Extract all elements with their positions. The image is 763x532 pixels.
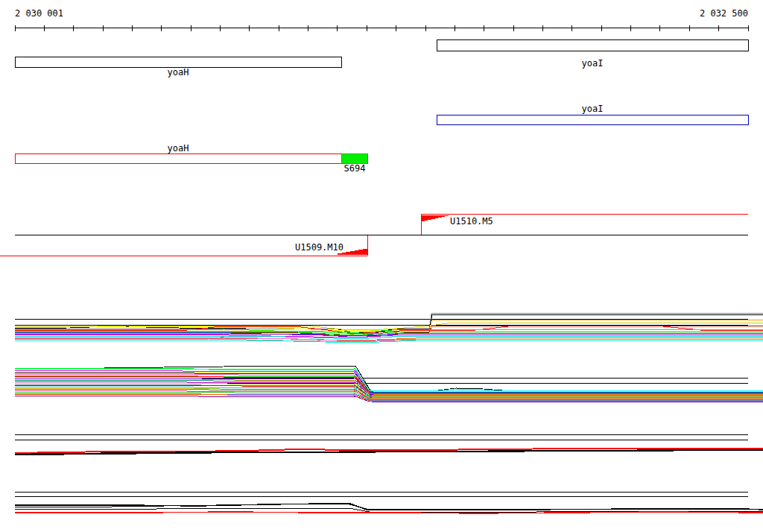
expression-track-group-2 [15,366,763,402]
gene-label-yoaH-row4: yoaH [168,144,189,153]
profile-line [15,504,763,509]
genome-browser-view: 2 030 001 2 032 500 yoaI yoaH yoaI yoaH … [0,0,763,532]
genome-tracks-canvas [0,0,763,532]
transcription-unit-label-U1510-M5: U1510.M5 [450,217,493,226]
marker-label-S694: S694 [344,164,366,173]
profile-line [15,512,763,513]
expression-track-group-4 [15,492,763,513]
gene-box-yoaI[interactable] [437,115,748,124]
ruler-end-coordinate: 2 032 500 [700,9,748,18]
expression-track-group-1 [15,313,763,343]
gene-box-yoaH[interactable] [15,57,341,67]
transcription-unit-label-U1509-M10: U1509.M10 [295,243,343,252]
expression-track-group-3 [15,434,763,455]
gene-box-yoaH[interactable] [15,153,341,163]
marker-box-S694[interactable] [341,153,367,163]
gene-box-yoaI[interactable] [437,39,748,51]
ruler-start-coordinate: 2 030 001 [15,9,63,18]
gene-label-yoaH-row2: yoaH [168,68,189,77]
profile-line [15,450,763,455]
tu-direction-wedge-icon [421,215,449,221]
gene-label-yoaI-row3: yoaI [582,104,604,113]
gene-label-yoaI-row1: yoaI [582,59,604,68]
coordinate-ruler [15,25,748,31]
